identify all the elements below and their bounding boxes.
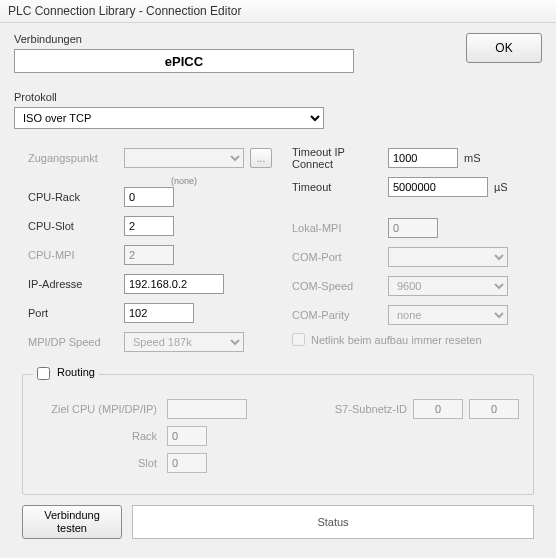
com-port-label: COM-Port xyxy=(292,251,388,263)
com-port-select xyxy=(388,247,508,267)
protokoll-label: Protokoll xyxy=(14,91,542,103)
com-parity-label: COM-Parity xyxy=(292,309,388,321)
cpu-slot-input[interactable] xyxy=(124,216,174,236)
routing-checkbox[interactable] xyxy=(37,367,50,380)
browse-button: ... xyxy=(250,148,272,168)
verbindungen-label: Verbindungen xyxy=(14,33,452,45)
us-unit: µS xyxy=(494,181,508,193)
routing-label: Routing xyxy=(57,366,95,378)
ip-adresse-label: IP-Adresse xyxy=(28,278,124,290)
ok-button[interactable]: OK xyxy=(466,33,542,63)
status-box: Status xyxy=(132,505,534,539)
rack-input xyxy=(167,426,207,446)
ip-adresse-input[interactable] xyxy=(124,274,224,294)
s7-subnetz-b-input xyxy=(469,399,519,419)
com-speed-select: 9600 xyxy=(388,276,508,296)
com-parity-select: none xyxy=(388,305,508,325)
window-titlebar: PLC Connection Library - Connection Edit… xyxy=(0,0,556,23)
cpu-rack-input[interactable] xyxy=(124,187,174,207)
protokoll-select[interactable]: ISO over TCP xyxy=(14,107,324,129)
timeout-ip-label: Timeout IP Connect xyxy=(292,146,388,170)
ziel-cpu-input xyxy=(167,399,247,419)
cpu-slot-label: CPU-Slot xyxy=(28,220,124,232)
ms-unit: mS xyxy=(464,152,481,164)
com-speed-label: COM-Speed xyxy=(292,280,388,292)
zugangspunkt-select xyxy=(124,148,244,168)
timeout-ip-input[interactable] xyxy=(388,148,458,168)
rack-label: Rack xyxy=(37,430,157,442)
cpu-mpi-label: CPU-MPI xyxy=(28,249,124,261)
routing-group: Routing Ziel CPU (MPI/DP/IP) S7-Subnetz-… xyxy=(22,374,534,495)
netlink-checkbox xyxy=(292,333,305,346)
left-column: Zugangspunkt ... (none) CPU-Rack CPU-Slo… xyxy=(28,147,272,360)
lokal-mpi-input xyxy=(388,218,438,238)
content-area: Verbindungen OK Protokoll ISO over TCP Z… xyxy=(0,23,556,549)
cpu-rack-label: CPU-Rack xyxy=(28,191,124,203)
timeout-input[interactable] xyxy=(388,177,488,197)
status-label: Status xyxy=(317,516,348,528)
ziel-cpu-label: Ziel CPU (MPI/DP/IP) xyxy=(37,403,157,415)
zugangspunkt-none: (none) xyxy=(124,176,244,186)
slot-label: Slot xyxy=(37,457,157,469)
port-label: Port xyxy=(28,307,124,319)
slot-input xyxy=(167,453,207,473)
lokal-mpi-label: Lokal-MPI xyxy=(292,222,388,234)
mpi-dp-speed-select: Speed 187k xyxy=(124,332,244,352)
timeout-label: Timeout xyxy=(292,181,388,193)
test-connection-button[interactable]: Verbindung testen xyxy=(22,505,122,539)
s7-subnetz-a-input xyxy=(413,399,463,419)
s7-subnetz-label: S7-Subnetz-ID xyxy=(335,403,407,415)
zugangspunkt-label: Zugangspunkt xyxy=(28,152,124,164)
mpi-dp-speed-label: MPI/DP Speed xyxy=(28,336,124,348)
connection-name-input[interactable] xyxy=(14,49,354,73)
cpu-mpi-input xyxy=(124,245,174,265)
right-column: Timeout IP Connect mS Timeout µS Lokal-M… xyxy=(292,147,528,360)
netlink-label: Netlink beim aufbau immer reseten xyxy=(311,334,482,346)
window-title: PLC Connection Library - Connection Edit… xyxy=(8,4,241,18)
port-input[interactable] xyxy=(124,303,194,323)
